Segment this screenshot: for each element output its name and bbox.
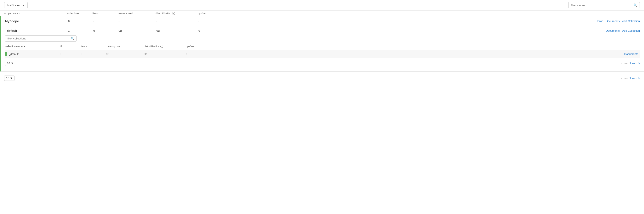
col-coll-ops: ops/sec xyxy=(186,45,215,48)
collection-actions-default: Documents xyxy=(215,52,640,56)
filter-collections-input[interactable] xyxy=(7,37,71,40)
outer-per-page-value: 10 xyxy=(6,77,9,80)
scope-row-default: _default 1 0 0B 0B 0 Documents Add Colle… xyxy=(0,26,644,72)
drop-button-myscope[interactable]: Drop xyxy=(597,19,603,23)
documents-button-default[interactable]: Documents xyxy=(606,29,620,32)
outer-per-page-select[interactable]: 10 ▼ xyxy=(4,76,14,81)
collection-name-default: _default xyxy=(9,52,18,56)
col-scope-name-label: scope name xyxy=(4,12,18,15)
collection-name-cell: _default xyxy=(5,52,60,56)
col-actions-spacer xyxy=(227,12,640,15)
collection-items-default: 0 xyxy=(81,52,106,56)
top-bar: testBucket ▼ 🔍 xyxy=(0,0,644,11)
filter-collections-container: 🔍 xyxy=(5,35,76,42)
coll-info-icon: i xyxy=(160,45,163,48)
add-collection-button-default[interactable]: Add Collection xyxy=(622,29,640,32)
scope-actions-default: Documents Add Collection xyxy=(228,29,640,32)
bucket-selector[interactable]: testBucket ▼ xyxy=(4,2,28,8)
sort-arrow-icon: ▲ xyxy=(19,12,21,15)
outer-pagination-links: < prev 1 next > xyxy=(620,77,640,80)
col-collections-label: collections xyxy=(67,12,79,15)
col-collections: collections xyxy=(67,12,92,15)
scope-ops-default: 0 xyxy=(198,29,228,32)
scope-actions-myscope: Drop Documents Add Collection xyxy=(228,19,640,23)
outer-page-num[interactable]: 1 xyxy=(630,77,631,80)
inner-pagination-links: < prev 1 next > xyxy=(620,62,640,65)
col-memory-used-label: memory used xyxy=(118,12,133,15)
col-coll-items: items xyxy=(81,45,106,48)
outer-prev-link[interactable]: < prev xyxy=(620,77,628,80)
col-coll-name: collection name ▲ xyxy=(5,45,60,48)
col-items-label: items xyxy=(92,12,98,15)
info-icon: i xyxy=(172,12,175,15)
inner-next-link[interactable]: next > xyxy=(632,62,640,65)
scope-row-myscope: MyScope 0 - - - - Drop Documents Add Col… xyxy=(0,16,644,26)
outer-pagination: 10 ▼ < prev 1 next > xyxy=(0,73,644,83)
coll-sort-arrow-icon: ▲ xyxy=(23,45,26,48)
scope-detail-default: 🔍 collection name ▲ ttl items memory use… xyxy=(1,35,644,71)
inner-per-page-value: 10 xyxy=(7,62,10,65)
scope-items-myscope: - xyxy=(93,19,118,23)
col-coll-actions-spacer xyxy=(215,45,640,48)
scope-items-default: 0 xyxy=(93,29,118,32)
bucket-name: testBucket xyxy=(7,3,20,7)
filter-scopes-container: 🔍 xyxy=(568,2,640,8)
col-coll-name-label: collection name xyxy=(5,45,22,48)
col-coll-ttl: ttl xyxy=(60,45,81,48)
scope-memory-default: 0B xyxy=(118,29,156,32)
inner-per-page-chevron: ▼ xyxy=(11,62,14,65)
scope-disk-myscope: - xyxy=(156,19,198,23)
scope-summary-default: _default 1 0 0B 0B 0 Documents Add Colle… xyxy=(1,26,644,35)
collection-documents-button[interactable]: Documents xyxy=(624,52,638,56)
chevron-down-icon: ▼ xyxy=(22,3,25,7)
col-items: items xyxy=(92,12,118,15)
inner-per-page-select[interactable]: 10 ▼ xyxy=(5,61,15,66)
scopes-column-headers: scope name ▲ collections items memory us… xyxy=(0,11,644,16)
col-memory-used: memory used xyxy=(118,12,156,15)
col-coll-items-label: items xyxy=(81,45,87,48)
inner-pagination: 10 ▼ < prev 1 next > xyxy=(5,59,640,68)
col-coll-disk-label: disk utilization xyxy=(144,45,160,48)
scope-name-myscope: MyScope xyxy=(5,19,68,23)
col-disk-util-label: disk utilization xyxy=(156,12,171,15)
scope-ops-myscope: - xyxy=(198,19,228,23)
outer-next-link[interactable]: next > xyxy=(632,77,640,80)
filter-scopes-input[interactable] xyxy=(570,4,634,7)
inner-prev-link[interactable]: < prev xyxy=(620,62,628,65)
col-ops-sec-label: ops/sec xyxy=(198,12,206,15)
scope-name-default: _default xyxy=(5,29,68,32)
outer-per-page-chevron: ▼ xyxy=(10,77,12,80)
col-coll-disk: disk utilization i xyxy=(144,45,186,48)
col-ops-sec: ops/sec xyxy=(198,12,227,15)
col-disk-utilization: disk utilization i xyxy=(156,12,198,15)
collection-ttl-default: 0 xyxy=(60,52,81,56)
filter-collections-search-icon: 🔍 xyxy=(71,37,74,40)
documents-button-myscope[interactable]: Documents xyxy=(606,19,620,23)
col-coll-ops-label: ops/sec xyxy=(186,45,194,48)
scope-disk-default: 0B xyxy=(156,29,198,32)
scope-collections-myscope: 0 xyxy=(68,19,93,23)
col-scope-name: scope name ▲ xyxy=(4,12,67,15)
collection-memory-default: 0B xyxy=(106,52,144,56)
scope-collections-default: 1 xyxy=(68,29,93,32)
col-coll-ttl-label: ttl xyxy=(60,45,62,48)
inner-page-num[interactable]: 1 xyxy=(630,62,631,65)
collection-row-default: _default 0 0 0B 0B 0 Documents xyxy=(5,50,640,58)
search-icon: 🔍 xyxy=(634,3,638,7)
collection-disk-default: 0B xyxy=(144,52,186,56)
collection-ops-default: 0 xyxy=(186,52,215,56)
add-collection-button-myscope[interactable]: Add Collection xyxy=(622,19,640,23)
collection-color-indicator xyxy=(5,52,7,56)
col-coll-memory: memory used xyxy=(106,45,144,48)
col-coll-memory-label: memory used xyxy=(106,45,121,48)
scope-memory-myscope: - xyxy=(118,19,156,23)
scope-summary-myscope: MyScope 0 - - - - Drop Documents Add Col… xyxy=(1,16,644,26)
collection-col-headers: collection name ▲ ttl items memory used … xyxy=(5,44,640,49)
